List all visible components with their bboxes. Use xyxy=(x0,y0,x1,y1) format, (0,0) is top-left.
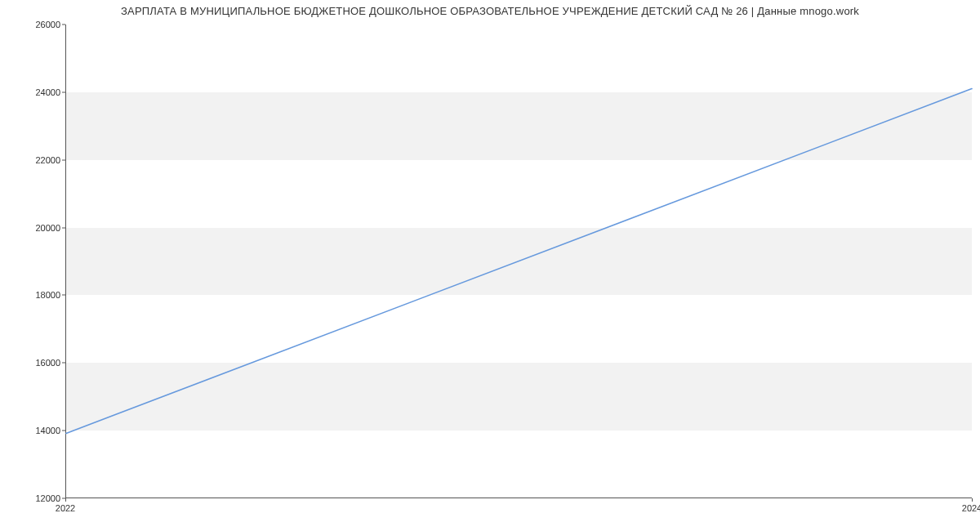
x-tick-label: 2022 xyxy=(56,503,75,513)
y-tick-label: 18000 xyxy=(11,290,60,300)
y-tick-label: 14000 xyxy=(11,426,60,435)
plot-area xyxy=(65,25,972,498)
x-tick-label: 2024 xyxy=(962,503,980,513)
y-tick-label: 16000 xyxy=(11,358,60,368)
chart-container: ЗАРПЛАТА В МУНИЦИПАЛЬНОЕ БЮДЖЕТНОЕ ДОШКО… xyxy=(0,0,980,531)
x-tick-mark xyxy=(972,498,973,502)
y-tick-label: 26000 xyxy=(11,20,60,29)
data-line xyxy=(66,25,972,498)
y-tick-label: 24000 xyxy=(11,87,60,97)
y-tick-label: 22000 xyxy=(11,155,60,165)
chart-title: ЗАРПЛАТА В МУНИЦИПАЛЬНОЕ БЮДЖЕТНОЕ ДОШКО… xyxy=(0,5,980,17)
y-tick-label: 20000 xyxy=(11,223,60,233)
x-tick-mark xyxy=(65,498,66,502)
y-tick-label: 12000 xyxy=(11,493,60,503)
